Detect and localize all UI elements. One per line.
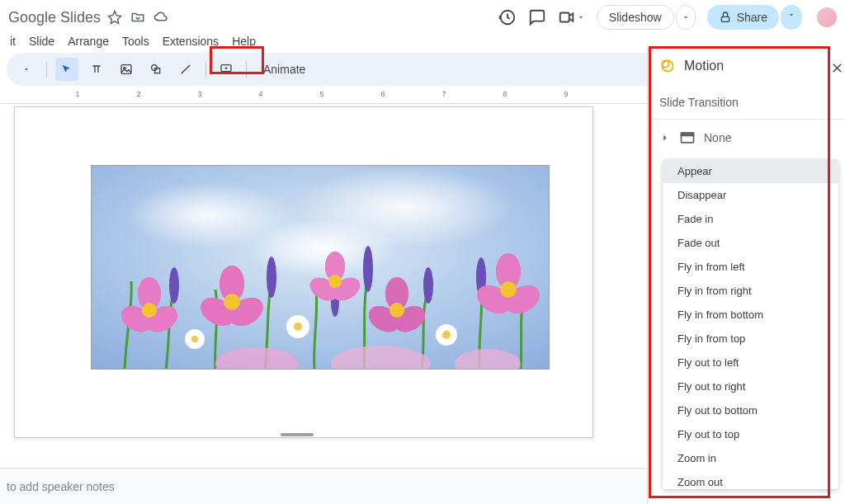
separator xyxy=(46,61,47,78)
inserted-image[interactable] xyxy=(91,165,550,370)
svg-point-43 xyxy=(328,275,342,288)
animation-option[interactable]: Fly out to bottom xyxy=(663,398,838,422)
ruler-mark: 2 xyxy=(136,90,140,98)
ruler-mark: 3 xyxy=(197,90,201,98)
animation-option[interactable]: Fly out to top xyxy=(663,422,838,446)
move-folder-icon[interactable] xyxy=(130,10,145,25)
svg-point-13 xyxy=(363,246,373,292)
svg-point-20 xyxy=(191,336,198,342)
share-label: Share xyxy=(737,11,767,24)
new-slide-dropdown[interactable] xyxy=(15,58,38,81)
animation-option[interactable]: Fly out to right xyxy=(663,374,838,398)
svg-rect-2 xyxy=(121,65,131,74)
svg-point-11 xyxy=(169,267,179,304)
motion-icon xyxy=(659,58,676,74)
svg-point-50 xyxy=(389,303,404,318)
chevron-right-icon xyxy=(659,132,671,144)
speaker-notes-bar[interactable]: to add speaker notes xyxy=(0,468,647,504)
ruler-mark: 5 xyxy=(319,90,323,98)
slideshow-label: Slideshow xyxy=(609,11,662,24)
textbox-tool[interactable] xyxy=(85,58,108,81)
menu-tools[interactable]: Tools xyxy=(122,35,149,48)
menu-extensions[interactable]: Extensions xyxy=(163,35,219,48)
ruler-mark: 8 xyxy=(503,90,507,98)
close-panel-icon[interactable]: ✕ xyxy=(831,59,843,78)
slide[interactable] xyxy=(15,107,592,437)
svg-point-22 xyxy=(442,331,451,339)
transition-value: None xyxy=(704,131,731,144)
animation-option[interactable]: Fly in from left xyxy=(663,255,838,279)
svg-point-36 xyxy=(224,294,240,310)
menu-help[interactable]: Help xyxy=(232,35,256,48)
slideshow-dropdown[interactable] xyxy=(676,5,696,30)
animate-button[interactable]: Animate xyxy=(255,59,314,79)
select-tool[interactable] xyxy=(55,58,78,81)
ruler-mark: 4 xyxy=(258,90,262,98)
transition-row[interactable]: None xyxy=(648,120,845,156)
doc-header: Google Slides Slideshow Share xyxy=(0,0,845,35)
slideshow-button[interactable]: Slideshow xyxy=(597,5,674,30)
doc-title-icons xyxy=(107,10,168,25)
svg-point-29 xyxy=(142,303,157,318)
menu-arrange[interactable]: Arrange xyxy=(68,35,109,48)
separator xyxy=(246,61,247,78)
animation-option[interactable]: Zoom in xyxy=(663,446,838,470)
svg-rect-64 xyxy=(682,133,694,135)
svg-rect-1 xyxy=(721,16,729,21)
separator xyxy=(205,61,206,78)
animation-option[interactable]: Fly out to left xyxy=(663,351,838,374)
menu-edit[interactable]: it xyxy=(10,35,16,48)
present-video-icon[interactable] xyxy=(558,8,585,26)
share-dropdown[interactable] xyxy=(781,5,802,30)
ruler-mark: 6 xyxy=(380,90,385,98)
animation-option[interactable]: Fly in from top xyxy=(663,327,838,351)
slide-canvas[interactable] xyxy=(0,99,647,458)
svg-point-14 xyxy=(423,267,433,304)
animation-option[interactable]: Zoom out xyxy=(663,470,838,489)
comment-tool[interactable] xyxy=(215,58,238,81)
animation-option[interactable]: Appear xyxy=(663,159,838,183)
animation-option[interactable]: Fly in from right xyxy=(663,279,838,303)
doc-title[interactable]: Google Slides xyxy=(8,9,101,26)
line-tool[interactable] xyxy=(174,58,197,81)
shape-tool[interactable] xyxy=(144,58,168,81)
motion-panel-header: Motion xyxy=(648,46,845,86)
animation-option[interactable]: Fade out xyxy=(663,231,838,255)
svg-rect-0 xyxy=(560,13,569,22)
slide-icon xyxy=(679,130,696,146)
svg-point-12 xyxy=(267,257,276,298)
image-tool[interactable] xyxy=(115,58,138,81)
share-button[interactable]: Share xyxy=(707,5,779,30)
animate-label: Animate xyxy=(263,63,305,76)
slide-transition-section: Slide Transition xyxy=(648,86,845,120)
animation-option[interactable]: Fly in from bottom xyxy=(663,303,838,327)
account-avatar[interactable] xyxy=(817,7,837,27)
ruler-mark: 7 xyxy=(441,90,446,98)
star-icon[interactable] xyxy=(107,10,122,25)
svg-point-18 xyxy=(294,323,302,331)
svg-point-57 xyxy=(500,281,517,298)
motion-panel-title: Motion xyxy=(684,59,724,73)
history-icon[interactable] xyxy=(498,8,517,26)
splitter-handle[interactable] xyxy=(281,433,314,436)
menu-slide[interactable]: Slide xyxy=(29,35,54,48)
ruler-mark: 1 xyxy=(75,90,79,98)
header-right: Slideshow Share xyxy=(498,5,837,30)
lock-icon xyxy=(719,11,732,24)
animation-option[interactable]: Fade in xyxy=(663,207,838,231)
speaker-notes-placeholder: to add speaker notes xyxy=(7,480,115,493)
animation-option[interactable]: Disappear xyxy=(663,183,838,207)
comment-icon[interactable] xyxy=(528,8,546,26)
cloud-status-icon[interactable] xyxy=(153,10,168,25)
animation-dropdown: Appear Disappear Fade in Fade out Fly in… xyxy=(663,159,838,489)
ruler-mark: 9 xyxy=(564,90,568,98)
motion-panel: Motion Slide Transition None Appear Disa… xyxy=(647,46,845,504)
